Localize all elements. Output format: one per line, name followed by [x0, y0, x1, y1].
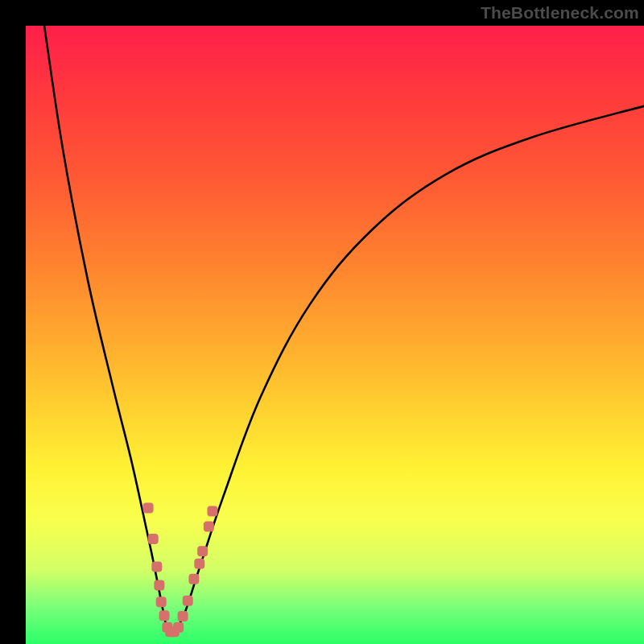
- data-marker: [148, 534, 159, 544]
- data-marker: [173, 622, 184, 633]
- data-marker: [178, 611, 188, 621]
- chart-svg: [26, 26, 644, 644]
- data-marker: [197, 546, 208, 556]
- bottleneck-curve: [44, 26, 644, 634]
- data-marker: [156, 597, 167, 607]
- curve-layer: [44, 26, 644, 634]
- watermark-text: TheBottleneck.com: [481, 3, 639, 23]
- data-marker: [183, 596, 193, 606]
- data-marker: [204, 522, 214, 532]
- plot-area: [26, 26, 644, 644]
- data-marker: [159, 610, 170, 621]
- chart-frame: TheBottleneck.com: [0, 0, 644, 644]
- data-marker: [151, 562, 162, 572]
- data-marker: [188, 574, 199, 584]
- markers-layer: [143, 503, 218, 638]
- data-marker: [207, 506, 217, 516]
- data-marker: [154, 580, 164, 591]
- data-marker: [143, 503, 154, 514]
- data-marker: [194, 559, 204, 569]
